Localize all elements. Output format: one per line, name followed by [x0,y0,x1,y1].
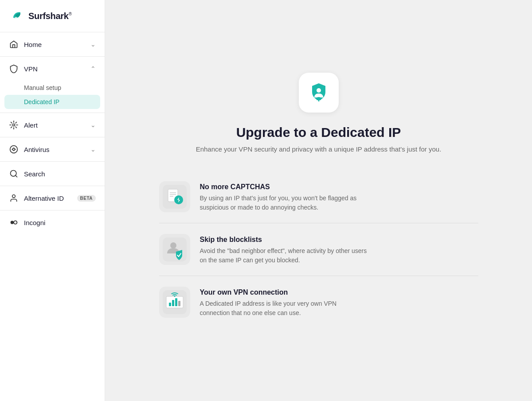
blocklist-feature-desc: Avoid the "bad neighbor effect", where a… [200,246,368,265]
feature-own-vpn: Your own VPN connection A Dedicated IP a… [159,276,478,328]
antivirus-icon [9,144,19,154]
svg-rect-22 [169,303,171,306]
hero-subtitle: Enhance your VPN security and privacy wi… [196,145,442,153]
incogni-label: Incogni [24,219,96,226]
blocklist-icon [163,237,187,261]
sidebar-item-home[interactable]: Home ⌄ [0,32,105,56]
blocklist-feature-text: Skip the blocklists Avoid the "bad neigh… [200,234,368,265]
incogni-icon [9,218,19,227]
captcha-icon-box [159,181,190,212]
blocklist-icon-box [159,234,190,265]
svg-point-6 [12,195,16,198]
antivirus-chevron: ⌄ [90,146,96,153]
search-label: Search [24,170,96,178]
svg-point-11 [318,100,319,101]
captcha-feature-title: No more CAPTCHAS [200,183,368,191]
home-label: Home [24,41,85,48]
blocklist-feature-title: Skip the blocklists [200,236,368,244]
vpn-chevron: ⌃ [90,65,96,72]
alternative-id-label: Alternative ID [24,195,72,202]
alert-icon [9,120,19,130]
sidebar: Surfshark® Home ⌄ VPN ⌃ Manual setup Ded… [0,0,105,401]
feature-no-captchas: No more CAPTCHAS By using an IP that's j… [159,171,478,223]
vpn-connection-icon-box [159,287,190,318]
alternative-id-icon [9,193,19,203]
svg-point-19 [170,242,176,249]
sidebar-item-antivirus[interactable]: Antivirus ⌄ [0,137,105,161]
sidebar-item-dedicated-ip[interactable]: Dedicated IP [4,95,100,109]
sidebar-item-manual-setup[interactable]: Manual setup [0,81,105,95]
antivirus-label: Antivirus [24,146,85,153]
sidebar-item-alert[interactable]: Alert ⌄ [0,113,105,137]
surfshark-logo-icon [9,8,25,24]
alert-chevron: ⌄ [90,121,96,128]
captcha-feature-text: No more CAPTCHAS By using an IP that's j… [200,181,368,212]
svg-point-1 [15,17,17,19]
app-name: Surfshark® [28,11,72,21]
vpn-icon [9,64,19,74]
svg-point-10 [317,88,321,93]
app-logo[interactable]: Surfshark® [0,0,105,32]
main-content: Upgrade to a Dedicated IP Enhance your V… [105,0,532,401]
vpn-submenu: Manual setup Dedicated IP [0,81,105,113]
hero-title: Upgrade to a Dedicated IP [236,125,401,140]
svg-point-7 [11,221,14,224]
vpn-label: VPN [24,65,85,73]
sidebar-item-vpn[interactable]: VPN ⌃ [0,57,105,81]
svg-point-17 [174,195,183,204]
hero-section: Upgrade to a Dedicated IP Enhance your V… [159,73,478,328]
features-list: No more CAPTCHAS By using an IP that's j… [159,171,478,328]
svg-point-8 [14,221,17,224]
sidebar-item-incogni[interactable]: Incogni [0,210,105,234]
beta-badge: BETA [77,195,96,202]
own-vpn-feature-desc: A Dedicated IP address is like your very… [200,299,368,318]
hero-icon-wrapper [299,73,339,113]
own-vpn-feature-text: Your own VPN connection A Dedicated IP a… [200,287,368,318]
alert-label: Alert [24,121,85,129]
svg-rect-23 [172,300,174,306]
svg-point-2 [13,124,15,126]
sidebar-item-alternative-id[interactable]: Alternative ID BETA [0,186,105,210]
dedicated-ip-hero-icon [307,81,331,105]
own-vpn-feature-title: Your own VPN connection [200,288,368,296]
captcha-icon [163,185,187,209]
vpn-connection-icon [163,290,187,314]
feature-blocklists: Skip the blocklists Avoid the "bad neigh… [159,223,478,276]
home-icon [9,39,19,49]
svg-rect-24 [175,298,177,306]
svg-rect-25 [178,301,180,306]
svg-line-5 [16,175,17,177]
search-icon [9,169,19,179]
home-chevron: ⌄ [90,41,96,48]
sidebar-item-search[interactable]: Search [0,162,105,186]
captcha-feature-desc: By using an IP that's just for you, you … [200,194,368,212]
svg-rect-21 [166,296,183,308]
svg-point-26 [174,296,175,297]
